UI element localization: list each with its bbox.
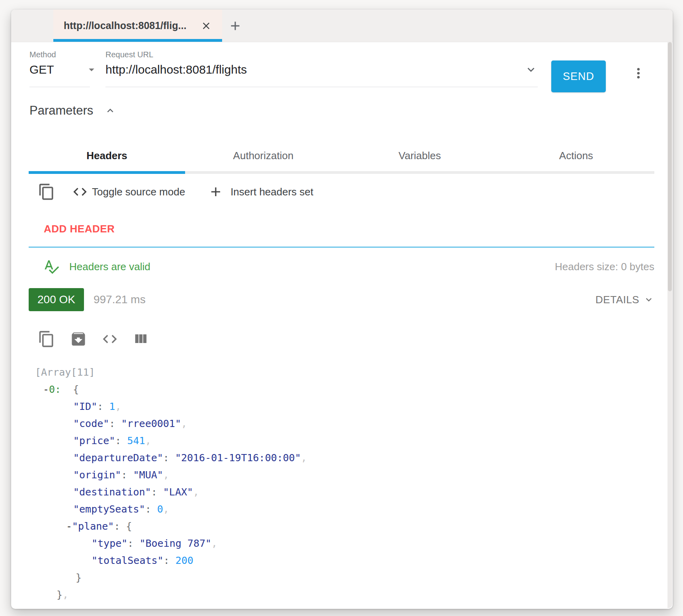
code-icon[interactable] (72, 184, 88, 200)
request-url-value: http://localhost:8081/flights (105, 63, 247, 76)
json-token-comma: , (163, 503, 169, 515)
toggle-source-mode-button[interactable]: Toggle source mode (92, 186, 185, 198)
tab-close-icon[interactable] (201, 20, 212, 31)
json-token-comma: , (145, 435, 151, 446)
json-token-key: "totalSeats" (92, 555, 164, 566)
json-token-key: "price" (73, 435, 115, 446)
headers-toolbar: Toggle source mode Insert headers set (38, 181, 313, 203)
send-button[interactable]: SEND (551, 60, 606, 92)
json-token-comma: , (301, 452, 307, 464)
request-url-label: Request URL (105, 50, 153, 59)
json-token-key: "ID" (73, 401, 97, 412)
method-underline (29, 87, 90, 87)
request-url-input[interactable]: http://localhost:8081/flights (105, 63, 538, 76)
tab-bar: http://localhost:8081/flig... (11, 10, 673, 42)
json-token-str: "rree0001" (121, 418, 181, 429)
json-line: "destination": "LAX", (35, 483, 657, 501)
json-line: -"plane": { (35, 518, 657, 535)
columns-view-icon[interactable] (133, 331, 148, 347)
json-token-num: 1 (109, 401, 115, 412)
url-suggestions-chevron-icon[interactable] (524, 63, 538, 76)
json-line: } (35, 569, 657, 586)
details-label: DETAILS (595, 294, 639, 306)
collapse-toggle[interactable]: - (43, 384, 49, 395)
json-token-colon: : (115, 435, 127, 446)
json-token-comma: , (115, 401, 121, 412)
json-token-key: "code" (73, 418, 109, 429)
json-token-comma: , (181, 418, 187, 429)
chevron-up-icon (104, 105, 116, 117)
scrollbar[interactable] (667, 42, 672, 608)
headers-size-label: Headers size: 0 bytes (555, 261, 654, 273)
response-status-row: 200 OK 997.21 ms DETAILS (29, 287, 654, 312)
json-token-colon: : (163, 452, 175, 464)
response-time: 997.21 ms (94, 293, 146, 306)
json-token-key: "departureDate" (73, 452, 163, 464)
collapse-toggle[interactable]: - (66, 520, 72, 532)
json-token-colon: : (109, 418, 121, 429)
json-line: "emptySeats": 0, (35, 501, 657, 518)
json-token-idx: 0: (49, 384, 61, 395)
plus-icon[interactable] (208, 184, 223, 199)
json-token-colon: : (145, 503, 157, 515)
json-token-colon: : (114, 520, 126, 532)
details-chevron-icon (643, 294, 654, 305)
details-button[interactable]: DETAILS (595, 294, 654, 306)
json-token-str: "Boeing 787" (139, 538, 211, 549)
json-token-colon: : (97, 401, 109, 412)
scrollbar-thumb[interactable] (668, 42, 672, 291)
json-token-comma: , (62, 589, 68, 600)
json-line: "ID": 1, (35, 398, 657, 415)
json-token-comma: , (193, 486, 199, 498)
json-line: "totalSeats": 200 (35, 552, 657, 569)
parameters-tabs: Headers Authorization Variables Actions (29, 138, 654, 174)
tab-variables[interactable]: Variables (342, 138, 498, 174)
app-window: http://localhost:8081/flig... Method GET… (11, 10, 673, 609)
tab-authorization[interactable]: Authorization (185, 138, 342, 174)
json-token-num: 200 (176, 555, 193, 566)
json-token-colon: : (164, 555, 176, 566)
section-divider (29, 247, 654, 248)
json-line: "departureDate": "2016-01-19T16:00:00", (35, 449, 657, 466)
json-line: -0: { (35, 381, 657, 398)
json-token-key: "origin" (73, 469, 121, 481)
request-tab[interactable]: http://localhost:8081/flig... (53, 10, 222, 42)
copy-response-icon[interactable] (38, 330, 55, 348)
add-header-button[interactable]: ADD HEADER (44, 223, 115, 235)
response-toolbar (38, 328, 148, 350)
json-line: }, (35, 586, 657, 603)
new-tab-icon[interactable] (228, 19, 242, 33)
json-token-colon: : (151, 486, 163, 498)
save-response-icon[interactable] (70, 330, 87, 348)
json-token-str: "2016-01-19T16:00:00" (175, 452, 301, 464)
json-token-brace: { (61, 384, 79, 395)
url-underline (105, 87, 538, 87)
json-token-brace: } (76, 572, 82, 583)
json-line: "price": 541, (35, 432, 657, 449)
active-tab-indicator (53, 39, 222, 42)
view-source-icon[interactable] (101, 331, 118, 347)
copy-icon[interactable] (38, 183, 55, 201)
json-token-brace: { (126, 520, 132, 532)
tabs-active-indicator (29, 171, 185, 174)
method-label: Method (29, 50, 56, 59)
method-dropdown-caret-icon (85, 63, 98, 76)
json-token-brace: } (57, 589, 62, 600)
tab-actions[interactable]: Actions (498, 138, 654, 174)
json-token-num: 0 (157, 503, 163, 515)
json-line: [Array[11] (35, 364, 657, 381)
json-token-key: "plane" (72, 520, 114, 532)
more-options-icon[interactable] (630, 65, 646, 81)
json-token-num: 541 (127, 435, 145, 446)
headers-valid-message: Headers are valid (69, 261, 150, 273)
parameters-title: Parameters (29, 103, 93, 118)
headers-validation-row: Headers are valid Headers size: 0 bytes (29, 255, 654, 278)
insert-headers-set-button[interactable]: Insert headers set (230, 186, 313, 198)
method-select[interactable]: GET (29, 63, 98, 76)
tab-headers[interactable]: Headers (29, 138, 185, 174)
method-value: GET (29, 63, 54, 76)
json-token-colon: : (121, 469, 133, 481)
parameters-toggle[interactable]: Parameters (29, 103, 116, 118)
json-token-arr: [Array[11] (35, 366, 95, 378)
json-line: "origin": "MUA", (35, 466, 657, 483)
